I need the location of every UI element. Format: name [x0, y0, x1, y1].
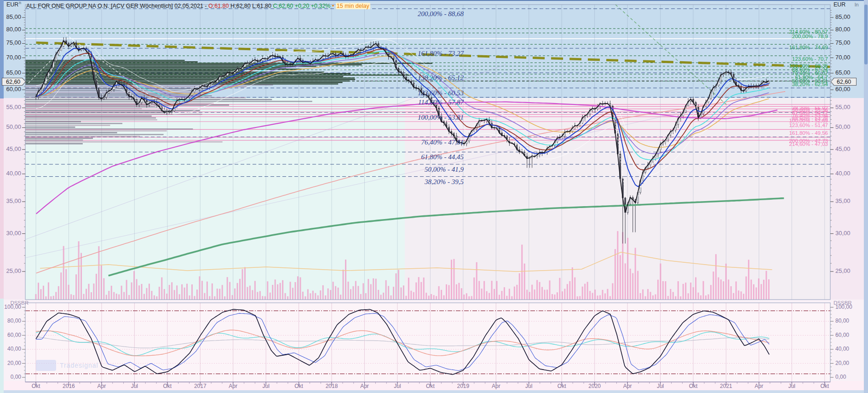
title-instrument: ALL FOR ONE GROUP NA O.N. [ACV GER Wöche… — [26, 3, 208, 9]
title-close: C:62,60 +0,20 +0,32% — [273, 3, 330, 9]
currency-label-left: EUR — [6, 2, 18, 8]
charting-app-window: { "title": { "prefix": "ALL FOR ONE GROU… — [0, 0, 868, 393]
tradesignal-logo — [36, 360, 56, 371]
delay-badge: 15 min delay — [336, 3, 370, 9]
current-price-tag-right: 62,60 — [831, 78, 857, 86]
window-left-border — [0, 0, 4, 393]
vertical-scrollbar[interactable] — [864, 0, 868, 393]
tradesignal-watermark: Tradesignal — [60, 362, 98, 369]
indicator-label-left: DSSBR — [5, 300, 29, 306]
chart-canvas[interactable] — [0, 0, 868, 393]
plot-backgrounds — [25, 5, 830, 382]
scale-marker-left: n — [19, 1, 21, 6]
window-top-border — [0, 0, 868, 1]
current-price-tag-left: 62,60 — [2, 78, 26, 86]
title-highlow: H:62,80 L:61,80 — [229, 3, 273, 9]
title-bullet: • — [330, 3, 335, 9]
window-bottom-border — [0, 390, 868, 393]
current-price-value: 62,60 — [2, 79, 20, 85]
chart-title: ALL FOR ONE GROUP NA O.N. [ACV GER Wöche… — [26, 3, 370, 9]
scrollbar-thumb[interactable] — [864, 5, 868, 64]
indicator-label-right: DSSBR — [834, 300, 852, 306]
currency-label-right: EUR — [834, 2, 845, 8]
current-price-value: 62,60 — [831, 79, 851, 85]
title-open: O:61,80 — [208, 3, 229, 9]
scale-mode-label[interactable]: ln — [855, 2, 859, 7]
